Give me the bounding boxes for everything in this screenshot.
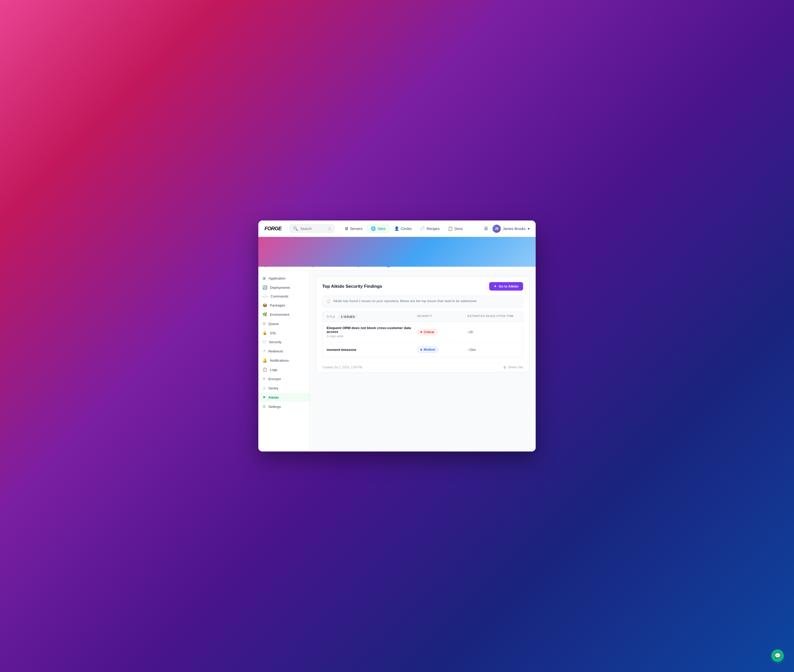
- search-input[interactable]: [300, 227, 326, 231]
- user-name: James Brooks: [503, 227, 526, 231]
- sidebar-commands-label: Commands: [271, 294, 289, 298]
- search-bar[interactable]: 🔍 /: [290, 224, 335, 233]
- settings-icon: ⚙: [262, 404, 266, 409]
- logs-icon: 📋: [262, 367, 267, 372]
- main-panel: Top Aikido Security Findings ✦ Go to Aik…: [310, 270, 536, 450]
- sidebar-item-commands[interactable]: </> Commands: [258, 292, 310, 301]
- issue-2-severity-label: Medium: [424, 348, 435, 351]
- pin-icon: 📍: [348, 264, 352, 267]
- region-label: Region: [354, 264, 363, 267]
- breadcrumb-meta: 🖥 Server ID 733787 🌐 Site ID 2398328 ⚙ U…: [426, 240, 531, 244]
- nav-docs[interactable]: 📋 Docs: [444, 225, 466, 232]
- col-title: TITLE 2 ISSUES: [327, 314, 413, 319]
- edit-files-chevron: ▾: [490, 255, 492, 259]
- site-title: playground.larastreamers.com: [263, 252, 374, 262]
- issues-table: TITLE 2 ISSUES SEVERITY ESTIMATED RESOLU…: [322, 312, 523, 357]
- issue-1-severity-label: Critical: [424, 330, 434, 334]
- aikido-section-title: Top Aikido Security Findings: [322, 284, 382, 289]
- deploy-now-button[interactable]: ⬆ Deploy Now: [499, 253, 531, 261]
- sidebar: ▣ Application 🔄 Deployments </> Commands…: [258, 270, 310, 450]
- sidebar-item-security[interactable]: 🛡 Security: [258, 338, 310, 347]
- sidebar-item-settings[interactable]: ⚙ Settings: [258, 402, 310, 411]
- queue-icon: ⚙: [262, 322, 266, 326]
- back-link[interactable]: ‹ Back to forge-playground: [263, 240, 306, 244]
- back-arrow-icon: ‹: [263, 240, 265, 244]
- monitor-icon[interactable]: 🖥: [483, 226, 488, 232]
- aikido-header: Top Aikido Security Findings ✦ Go to Aik…: [316, 277, 529, 296]
- server-id-icon: 🖥: [426, 240, 429, 244]
- sidebar-packages-label: Packages: [270, 303, 285, 307]
- nav-right: 🖥 JB James Brooks ▾: [483, 225, 529, 233]
- app-window: FORGE 🔍 / 🖥 Servers 🌐 Sites 👤 Circles 📄 …: [258, 221, 536, 451]
- sidebar-item-envoyer[interactable]: ✈ Envoyer: [258, 374, 310, 384]
- site-actions: ℹ Self Help ▾ 📝 Edit Files ▾ ⬆ Deploy No…: [432, 253, 531, 261]
- sidebar-item-packages[interactable]: 📦 Packages: [258, 301, 310, 310]
- sidebar-deployments-label: Deployments: [270, 286, 290, 290]
- user-value: forge: [505, 240, 512, 244]
- sidebar-item-ssl[interactable]: 🔒 SSL: [258, 328, 310, 338]
- sidebar-item-redirects[interactable]: ↗ Redirects: [258, 347, 310, 356]
- card-footer: Created Jul 2, 2024, 2:08 PM 🗑 Delete Si…: [316, 362, 529, 372]
- server-id-value: 733787: [444, 240, 455, 244]
- issue-2-resolution: ~15m: [467, 348, 519, 352]
- chevron-down-icon: ▾: [528, 227, 529, 231]
- chat-button[interactable]: 💬: [772, 650, 784, 662]
- sidebar-item-aikido[interactable]: ✦ Aikido: [258, 393, 310, 402]
- user-menu[interactable]: JB James Brooks ▾: [492, 225, 529, 233]
- sidebar-item-application[interactable]: ▣ Application: [258, 274, 310, 283]
- logo: FORGE: [265, 226, 281, 232]
- info-circle-icon: ⓘ: [327, 299, 330, 304]
- nav-servers[interactable]: 🖥 Servers: [341, 225, 366, 232]
- issue-1-resolution: ~2h: [467, 330, 519, 334]
- deploy-label: Deploy Now: [507, 255, 526, 259]
- nav-sites-label: Sites: [377, 227, 385, 231]
- delete-site-button[interactable]: 🗑 Delete Site: [503, 365, 523, 369]
- info-banner: ⓘ Aikido has found 2 issues on your repo…: [322, 296, 523, 307]
- status-label: Active: [521, 240, 531, 244]
- sidebar-item-logs[interactable]: 📋 Logs: [258, 365, 310, 374]
- edit-files-label: Edit Files: [474, 255, 489, 259]
- info-message: Aikido has found 2 issues on your reposi…: [333, 299, 477, 303]
- github-icon: [263, 252, 273, 262]
- private-ip-icon: 🌐: [311, 264, 315, 267]
- nav-recipes-label: Recipes: [427, 227, 440, 231]
- sidebar-logs-label: Logs: [270, 368, 277, 372]
- go-to-aikido-button[interactable]: ✦ Go to Aikido: [489, 282, 523, 291]
- redirects-icon: ↗: [262, 349, 266, 354]
- circle-label: Circle: [391, 264, 399, 267]
- self-help-button[interactable]: ℹ Self Help ▾: [432, 253, 461, 261]
- status-badge: Active: [517, 240, 531, 244]
- sidebar-item-notifications[interactable]: 🔔 Notifications: [258, 356, 310, 365]
- private-ip-meta: 🌐 Private IP 10.0.0.2: [311, 264, 342, 267]
- circle-meta: 👤 Circle Laravel Team: [387, 264, 419, 267]
- delete-site-label: Delete Site: [508, 365, 523, 369]
- nav-sites[interactable]: 🌐 Sites: [367, 224, 389, 233]
- nav-recipes[interactable]: 📄 Recipes: [416, 225, 443, 232]
- commands-icon: </>: [262, 295, 268, 298]
- circle-icon: 👤: [387, 264, 390, 267]
- user-meta: ⚙ User forge: [493, 240, 512, 244]
- sidebar-item-queue[interactable]: ⚙ Queue: [258, 319, 310, 328]
- severity-badge-critical: Critical: [417, 329, 438, 335]
- sidebar-sentry-label: Sentry: [268, 386, 278, 390]
- severity-dot-medium: [420, 349, 422, 350]
- sentry-icon: ⚠: [262, 386, 266, 390]
- application-icon: ▣: [262, 276, 266, 280]
- edit-files-button[interactable]: 📝 Edit Files ▾: [464, 253, 496, 261]
- sidebar-item-environment[interactable]: 🌿 Environment: [258, 310, 310, 319]
- created-at: Created Jul 2, 2024, 2:08 PM: [322, 365, 363, 369]
- sidebar-item-sentry[interactable]: ⚠ Sentry: [258, 384, 310, 393]
- region-meta: 📍 Region Falkenstein: [348, 264, 380, 267]
- sidebar-item-deployments[interactable]: 🔄 Deployments: [258, 283, 310, 292]
- issue-2-severity-cell: Medium: [417, 347, 463, 353]
- search-icon: 🔍: [293, 226, 298, 231]
- sidebar-settings-label: Settings: [268, 405, 281, 409]
- sidebar-aikido-label: Aikido: [268, 395, 279, 399]
- search-shortcut: /: [328, 227, 331, 230]
- nav-circles[interactable]: 👤 Circles: [391, 225, 415, 232]
- site-title-row: playground.larastreamers.com ℹ Self Help…: [258, 247, 536, 264]
- back-label: Back to forge-playground: [266, 240, 306, 244]
- server-id-meta: 🖥 Server ID 733787: [426, 240, 455, 244]
- breadcrumb-bar: ‹ Back to forge-playground 🖥 Server ID 7…: [258, 237, 536, 247]
- site-id-icon: 🌐: [460, 240, 464, 244]
